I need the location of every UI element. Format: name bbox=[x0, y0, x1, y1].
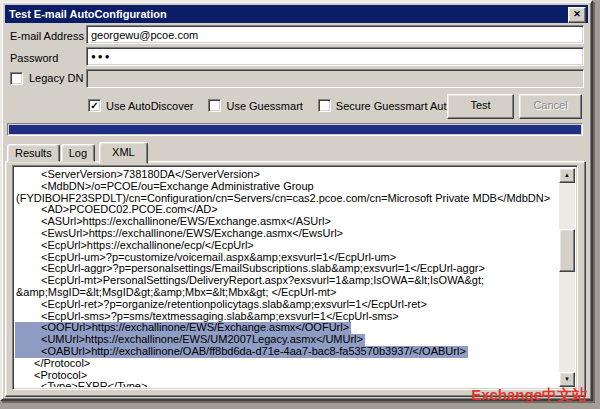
window-title: Test E-mail AutoConfiguration bbox=[9, 8, 167, 20]
scroll-up-icon: ▲ bbox=[564, 172, 570, 178]
option-label: Use AutoDiscover bbox=[106, 100, 193, 112]
xml-line: <EcpUrl>https://exchallinone/ecp/</EcpUr… bbox=[15, 240, 254, 252]
tab-xml[interactable]: XML bbox=[99, 142, 148, 164]
email-address-label: E-mail Address bbox=[10, 29, 84, 43]
option-label: Use Guessmart bbox=[226, 100, 302, 112]
scroll-down-icon: ▼ bbox=[564, 376, 570, 382]
legacy-dn-input bbox=[86, 69, 584, 88]
test-button[interactable]: Test bbox=[447, 94, 514, 119]
legacy-dn-label: Legacy DN bbox=[29, 72, 83, 84]
password-input[interactable] bbox=[86, 47, 584, 66]
progress-bar bbox=[7, 123, 583, 136]
scroll-down-button[interactable]: ▼ bbox=[559, 372, 575, 387]
xml-line-selected: <OABUrl>http://exchallinone/OAB/ff8bd6da… bbox=[15, 346, 468, 358]
cancel-button: Cancel bbox=[519, 94, 582, 119]
checkbox-unchecked-icon[interactable] bbox=[318, 99, 331, 112]
close-button[interactable]: ✕ bbox=[568, 7, 586, 23]
xml-line: &amp;MsgID=&lt;MsgID&gt;&amp;Mbx=&lt;Mbx… bbox=[15, 287, 336, 299]
xml-line: <EwsUrl>https://exchallinone/EWS/Exchang… bbox=[15, 228, 343, 240]
scroll-up-button[interactable]: ▲ bbox=[559, 168, 575, 183]
xml-line: <Type>EXPR</Type> bbox=[15, 381, 147, 387]
xml-line: <MdbDN>/o=PCOE/ou=Exchange Administrativ… bbox=[15, 181, 314, 193]
tab-log[interactable]: Log bbox=[61, 144, 95, 162]
test-email-autoconfiguration-dialog: Test E-mail AutoConfiguration ✕ E-mail A… bbox=[0, 0, 593, 401]
progress-fill bbox=[9, 125, 581, 134]
close-icon: ✕ bbox=[573, 9, 581, 19]
option-use-autodiscover[interactable]: ✓Use AutoDiscover bbox=[88, 99, 193, 112]
tab-results[interactable]: Results bbox=[7, 144, 60, 162]
tab-strip: ResultsLogXML bbox=[7, 141, 149, 162]
checkbox-checked-icon[interactable]: ✓ bbox=[88, 99, 101, 112]
options-row: ✓Use AutoDiscoverUse GuessmartSecure Gue… bbox=[88, 99, 500, 112]
password-label: Password bbox=[10, 51, 58, 65]
xml-line: <EcpUrl-ret>?p=organize/retentionpolicyt… bbox=[15, 299, 427, 311]
email-address-input[interactable] bbox=[86, 25, 584, 44]
xml-line: </Protocol> bbox=[15, 358, 90, 370]
vertical-scrollbar[interactable]: ▲ ▼ bbox=[559, 168, 575, 387]
scrollbar-thumb[interactable] bbox=[559, 229, 575, 272]
title-bar[interactable]: Test E-mail AutoConfiguration ✕ bbox=[5, 5, 588, 23]
checkbox-unchecked-icon[interactable] bbox=[208, 99, 221, 112]
option-use-guessmart[interactable]: Use Guessmart bbox=[208, 99, 302, 112]
xml-content[interactable]: <ServerVersion>738180DA</ServerVersion><… bbox=[15, 168, 558, 387]
xml-output-box[interactable]: <ServerVersion>738180DA</ServerVersion><… bbox=[12, 165, 578, 390]
watermark: Exchange中文站 bbox=[471, 386, 587, 405]
legacy-dn-checkbox[interactable] bbox=[10, 72, 23, 85]
